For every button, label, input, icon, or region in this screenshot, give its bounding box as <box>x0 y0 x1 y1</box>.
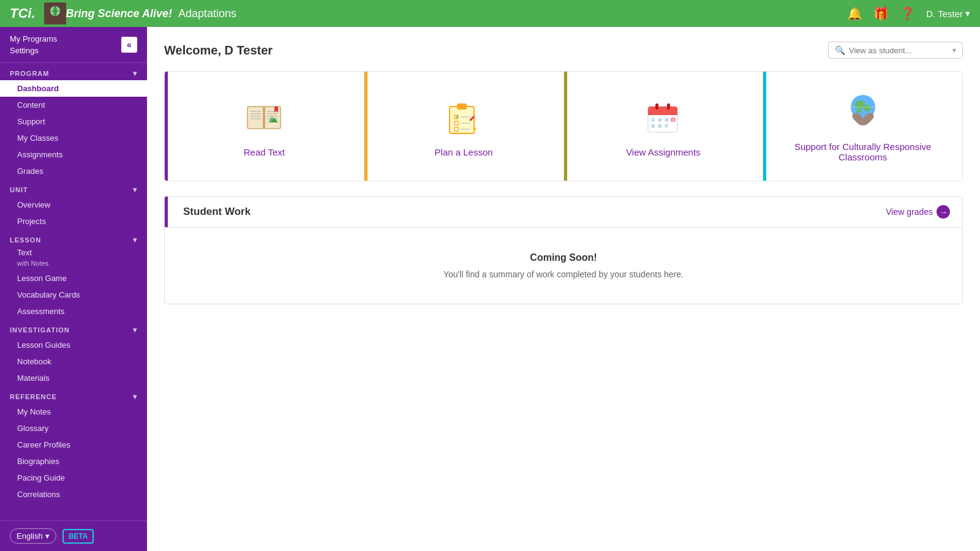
view-as-student-search[interactable]: 🔍 ▾ <box>828 42 963 59</box>
quick-access-cards: Read Text <box>164 71 963 181</box>
svg-text:1: 1 <box>652 118 654 122</box>
section-label-lesson: LESSON <box>10 236 41 244</box>
sidebar-footer: English ▾ BETA <box>0 520 147 551</box>
view-assignments-accent <box>564 72 567 181</box>
sidebar-item-lesson-guides[interactable]: Lesson Guides <box>0 337 147 353</box>
sidebar: My Programs Settings « PROGRAM ▾ Dashboa… <box>0 27 147 551</box>
svg-text:3: 3 <box>666 118 668 122</box>
svg-rect-34 <box>655 103 658 110</box>
svg-rect-5 <box>247 107 264 129</box>
tci-logo[interactable]: TCi. <box>10 6 36 21</box>
sidebar-top-links: My Programs Settings <box>10 34 57 55</box>
settings-link[interactable]: Settings <box>10 46 57 55</box>
beta-badge: BETA <box>62 529 94 544</box>
sidebar-item-assessments[interactable]: Assessments <box>0 303 147 320</box>
svg-text:4: 4 <box>673 118 674 122</box>
view-grades-link[interactable]: View grades → <box>886 205 950 219</box>
sidebar-item-correlations[interactable]: Correlations <box>0 486 147 503</box>
top-nav-right: 🔔 🎁 ❓ D. Tester ▾ <box>847 6 970 21</box>
svg-rect-35 <box>667 103 670 110</box>
unit-chevron-icon[interactable]: ▾ <box>133 186 137 194</box>
svg-rect-20 <box>457 103 467 110</box>
svg-point-52 <box>864 105 871 111</box>
language-chevron-icon: ▾ <box>45 531 50 541</box>
program-title: Bring Science Alive! <box>66 7 172 20</box>
notification-icon[interactable]: 🔔 <box>847 6 862 21</box>
user-name: D. Tester <box>926 9 963 19</box>
page-layout: My Programs Settings « PROGRAM ▾ Dashboa… <box>0 27 980 551</box>
view-assignments-icon: 1 2 3 4 5 6 7 <box>642 96 685 138</box>
support-crc-accent <box>763 72 766 181</box>
section-header-investigation: INVESTIGATION ▾ <box>0 320 147 337</box>
sidebar-item-notebook[interactable]: Notebook <box>0 353 147 370</box>
reference-chevron-icon[interactable]: ▾ <box>133 392 137 401</box>
read-text-icon <box>243 96 285 138</box>
svg-text:7: 7 <box>666 124 668 128</box>
student-work-body: Coming Soon! You'll find a summary of wo… <box>165 228 962 304</box>
student-work-section: Student Work View grades → Coming Soon! … <box>164 196 963 304</box>
language-label: English <box>17 531 43 541</box>
language-button[interactable]: English ▾ <box>10 528 56 544</box>
main-content: Welcome, D Tester 🔍 ▾ <box>147 27 980 551</box>
svg-text:2: 2 <box>659 118 661 122</box>
sidebar-item-my-classes[interactable]: My Classes <box>0 130 147 146</box>
sidebar-item-pacing-guide[interactable]: Pacing Guide <box>0 470 147 486</box>
plan-a-lesson-card[interactable]: Plan a Lesson <box>364 72 564 181</box>
sidebar-item-biographies[interactable]: Biographies <box>0 453 147 470</box>
read-text-accent <box>165 72 168 181</box>
my-programs-link[interactable]: My Programs <box>10 34 57 43</box>
sidebar-item-text[interactable]: Textwith Notes <box>0 247 147 270</box>
sidebar-item-career-profiles[interactable]: Career Profiles <box>0 437 147 453</box>
welcome-header: Welcome, D Tester 🔍 ▾ <box>164 42 963 59</box>
support-crc-label: Support for Culturally Responsive Classr… <box>775 141 950 162</box>
view-grades-label: View grades <box>886 207 933 217</box>
top-navigation: TCi. Bring Science Alive! Adaptations 🔔 … <box>0 0 980 27</box>
svg-point-53 <box>856 109 861 113</box>
view-assignments-card[interactable]: 1 2 3 4 5 6 7 View Assignments <box>564 72 764 181</box>
section-header-lesson: LESSON ▾ <box>0 230 147 247</box>
program-title-group: Bring Science Alive! Adaptations <box>66 7 236 20</box>
sidebar-item-vocabulary-cards[interactable]: Vocabulary Cards <box>0 287 147 303</box>
sidebar-item-dashboard[interactable]: Dashboard <box>0 80 147 97</box>
coming-soon-text: You'll find a summary of work completed … <box>177 269 950 279</box>
support-crc-card[interactable]: Support for Culturally Responsive Classr… <box>763 72 962 181</box>
sidebar-top: My Programs Settings « <box>0 27 147 63</box>
student-work-header: Student Work View grades → <box>165 197 962 228</box>
student-work-accent <box>165 197 168 227</box>
user-menu[interactable]: D. Tester ▾ <box>926 8 970 19</box>
plan-a-lesson-accent <box>364 72 368 181</box>
search-input[interactable] <box>849 46 949 55</box>
student-work-title: Student Work <box>177 206 251 218</box>
help-icon[interactable]: ❓ <box>900 6 915 21</box>
sidebar-item-support[interactable]: Support <box>0 113 147 130</box>
sidebar-collapse-button[interactable]: « <box>121 37 137 53</box>
sidebar-item-overview[interactable]: Overview <box>0 197 147 213</box>
sidebar-item-content[interactable]: Content <box>0 97 147 113</box>
coming-soon-title: Coming Soon! <box>177 252 950 263</box>
read-text-label: Read Text <box>244 147 285 157</box>
plan-a-lesson-label: Plan a Lesson <box>435 147 493 157</box>
section-label-reference: REFERENCE <box>10 393 57 400</box>
sidebar-item-materials[interactable]: Materials <box>0 370 147 386</box>
svg-text:6: 6 <box>659 124 661 128</box>
gift-icon[interactable]: 🎁 <box>873 6 889 21</box>
plan-a-lesson-icon <box>442 96 485 138</box>
sidebar-item-projects[interactable]: Projects <box>0 213 147 230</box>
user-chevron-icon: ▾ <box>965 8 970 19</box>
svg-text:5: 5 <box>652 124 654 128</box>
investigation-chevron-icon[interactable]: ▾ <box>133 326 137 334</box>
view-grades-arrow-icon: → <box>937 205 950 219</box>
read-text-card[interactable]: Read Text <box>165 72 364 181</box>
sidebar-item-lesson-game[interactable]: Lesson Game <box>0 270 147 287</box>
sidebar-item-glossary[interactable]: Glossary <box>0 420 147 437</box>
sidebar-item-grades[interactable]: Grades <box>0 163 147 179</box>
program-icon <box>44 2 66 24</box>
program-chevron-icon[interactable]: ▾ <box>133 69 137 78</box>
sidebar-item-assignments[interactable]: Assignments <box>0 146 147 163</box>
search-icon: 🔍 <box>835 45 845 55</box>
search-dropdown-icon[interactable]: ▾ <box>952 46 956 54</box>
welcome-title: Welcome, D Tester <box>164 43 273 58</box>
lesson-chevron-icon[interactable]: ▾ <box>133 236 137 244</box>
sidebar-item-my-notes[interactable]: My Notes <box>0 403 147 420</box>
section-label-unit: UNIT <box>10 186 28 193</box>
